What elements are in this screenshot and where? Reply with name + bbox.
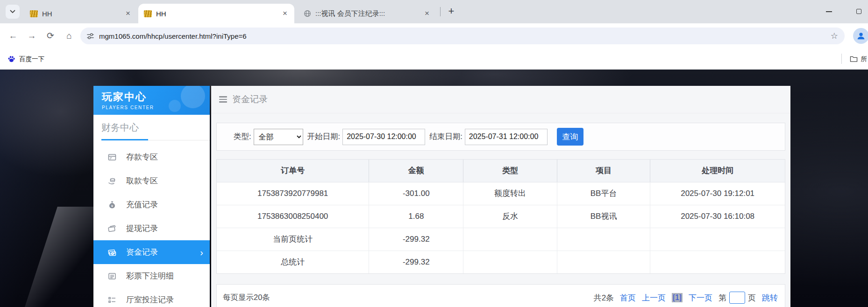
finance-section-title: 财务中心 bbox=[101, 121, 210, 134]
room-bet-list-icon bbox=[107, 295, 117, 305]
filter-bar: 类型: 全部 开始日期: 结束日期: 查询 bbox=[216, 123, 785, 151]
funds-table-card: 订单号 金额 类型 项目 处理时间 1753873920779981 -301.… bbox=[216, 159, 785, 274]
sidebar-item-recharge-records[interactable]: ¥ 充值记录 bbox=[93, 193, 210, 216]
search-button[interactable]: 查询 bbox=[557, 128, 583, 146]
page-background: 玩家中心 PLAYERS CENTER 财务中心 存款专区 取款专区 ¥ 充值记… bbox=[0, 70, 868, 307]
next-page-link[interactable]: 下一页 bbox=[689, 293, 712, 303]
bookmark-baidu[interactable]: 百度一下 bbox=[7, 53, 44, 65]
tab-video-records[interactable]: :::视讯 会员下注纪录::: × bbox=[298, 4, 436, 23]
cell-time: 2025-07-30 16:10:08 bbox=[650, 205, 785, 228]
funds-table: 订单号 金额 类型 项目 处理时间 1753873920779981 -301.… bbox=[217, 160, 785, 273]
jump-group: 第 页 bbox=[719, 292, 756, 304]
sidebar-item-lottery-bets[interactable]: 彩票下注明细 bbox=[93, 264, 210, 288]
sidebar-item-label: 厅室投注记录 bbox=[126, 294, 174, 305]
jump-prefix-label: 第 bbox=[719, 293, 726, 303]
back-button[interactable]: ← bbox=[7, 29, 20, 42]
cell-order-id: 1753863008250400 bbox=[217, 205, 369, 228]
pagination-controls: 共2条 首页 上一页 [1] 下一页 第 页 跳转 bbox=[594, 292, 778, 304]
close-icon[interactable]: × bbox=[422, 9, 432, 18]
person-icon bbox=[856, 31, 866, 41]
cell-type: 额度转出 bbox=[463, 182, 557, 205]
reload-button[interactable]: ⟳ bbox=[44, 29, 57, 42]
current-page-indicator[interactable]: [1] bbox=[672, 293, 683, 302]
player-center-sidebar: 玩家中心 PLAYERS CENTER 财务中心 存款专区 取款专区 ¥ 充值记… bbox=[93, 86, 210, 307]
col-amount: 金额 bbox=[369, 160, 463, 182]
sidebar-item-label: 充值记录 bbox=[126, 199, 158, 210]
cell-amount: -299.32 bbox=[369, 251, 463, 273]
profile-avatar[interactable] bbox=[853, 28, 868, 44]
section-underline bbox=[93, 139, 210, 140]
sidebar-item-cashout-records[interactable]: 提现记录 bbox=[93, 216, 210, 240]
pagination-bar: 每页显示20条 共2条 首页 上一页 [1] 下一页 第 页 跳转 bbox=[216, 284, 785, 307]
new-tab-button[interactable]: + bbox=[445, 5, 458, 18]
sidebar-item-label: 提现记录 bbox=[126, 223, 158, 234]
sidebar-item-label: 取款专区 bbox=[126, 175, 158, 186]
page-size-text: 每页显示20条 bbox=[223, 293, 270, 303]
forward-button[interactable]: → bbox=[25, 29, 38, 42]
sidebar-item-withdraw[interactable]: 取款专区 bbox=[93, 169, 210, 193]
cell-type: 反水 bbox=[463, 205, 557, 228]
tab-search-button[interactable] bbox=[6, 5, 20, 19]
url-text: mgm1065.com/hhcp/usercenter.html?iniType… bbox=[99, 32, 247, 40]
window-maximize-icon[interactable] bbox=[856, 9, 861, 14]
close-icon[interactable]: × bbox=[280, 9, 290, 18]
total-count-text: 共2条 bbox=[594, 293, 614, 303]
globe-icon bbox=[304, 10, 311, 17]
sidebar-item-deposit[interactable]: 存款专区 bbox=[93, 145, 210, 169]
table-row-page-total: 当前页统计 -299.32 bbox=[217, 228, 785, 251]
jump-button[interactable]: 跳转 bbox=[762, 293, 778, 303]
cell-time: 2025-07-30 19:12:01 bbox=[650, 182, 785, 205]
browser-toolbar: ← → ⟳ ⌂ mgm1065.com/hhcp/usercenter.html… bbox=[0, 23, 868, 49]
cell-amount: 1.68 bbox=[369, 205, 463, 228]
chevron-right-icon: › bbox=[200, 248, 203, 257]
close-icon[interactable]: × bbox=[123, 9, 133, 18]
home-button[interactable]: ⌂ bbox=[63, 29, 76, 42]
all-bookmarks-button[interactable]: 所 bbox=[850, 53, 868, 65]
bookmarks-bar: 百度一下 所 bbox=[0, 49, 868, 70]
cell-label: 总统计 bbox=[217, 251, 369, 273]
tab-label: HH bbox=[42, 10, 120, 18]
col-order-id: 订单号 bbox=[217, 160, 369, 182]
tab-hh-2-active[interactable]: HH × bbox=[138, 4, 294, 23]
cell-amount: -299.32 bbox=[369, 228, 463, 251]
first-page-link[interactable]: 首页 bbox=[620, 293, 636, 303]
prev-page-link[interactable]: 上一页 bbox=[642, 293, 666, 303]
tab-label: HH bbox=[156, 10, 277, 18]
page-title: 资金记录 bbox=[232, 93, 268, 105]
table-header-row: 订单号 金额 类型 项目 处理时间 bbox=[217, 160, 785, 182]
sidebar-item-funds-records[interactable]: 资金记录 › bbox=[93, 240, 210, 264]
bookmark-label: 百度一下 bbox=[19, 55, 44, 63]
cell-label: 当前页统计 bbox=[217, 228, 369, 251]
sidebar-item-label: 资金记录 bbox=[126, 247, 158, 258]
banknotes-icon bbox=[107, 248, 117, 257]
hh-favicon-icon bbox=[30, 10, 38, 17]
type-select[interactable]: 全部 bbox=[254, 129, 303, 145]
type-label: 类型: bbox=[234, 132, 251, 142]
tab-label: :::视讯 会员下注纪录::: bbox=[315, 9, 419, 18]
bookmark-star-icon[interactable]: ☆ bbox=[831, 31, 838, 41]
deposit-icon bbox=[107, 153, 117, 162]
start-date-label: 开始日期: bbox=[307, 132, 341, 142]
cell-amount: -301.00 bbox=[369, 182, 463, 205]
bookmarks-separator bbox=[841, 54, 842, 64]
lottery-list-icon bbox=[107, 272, 117, 281]
baidu-paw-icon bbox=[7, 55, 15, 63]
sidebar-item-room-bets[interactable]: 厅室投注记录 bbox=[93, 288, 210, 307]
end-date-input[interactable] bbox=[465, 129, 548, 145]
table-row: 1753873920779981 -301.00 额度转出 BB平台 2025-… bbox=[217, 182, 785, 205]
start-date-input[interactable] bbox=[342, 129, 425, 145]
window-minimize-icon[interactable] bbox=[826, 11, 832, 12]
players-center-banner: 玩家中心 PLAYERS CENTER bbox=[93, 86, 210, 115]
address-bar[interactable]: mgm1065.com/hhcp/usercenter.html?iniType… bbox=[80, 28, 845, 44]
tab-hh-1[interactable]: HH × bbox=[24, 4, 137, 23]
all-bookmarks-label: 所 bbox=[861, 55, 868, 63]
money-bag-icon: ¥ bbox=[107, 200, 117, 209]
end-date-label: 结束日期: bbox=[429, 132, 462, 142]
site-info-tune-icon bbox=[87, 33, 94, 40]
sidebar-item-label: 彩票下注明细 bbox=[126, 271, 174, 281]
withdraw-icon bbox=[107, 176, 117, 186]
jump-page-input[interactable] bbox=[729, 292, 745, 304]
table-row: 1753863008250400 1.68 反水 BB视讯 2025-07-30… bbox=[217, 205, 785, 228]
cell-order-id: 1753873920779981 bbox=[217, 182, 369, 205]
cell-project: BB平台 bbox=[557, 182, 650, 205]
